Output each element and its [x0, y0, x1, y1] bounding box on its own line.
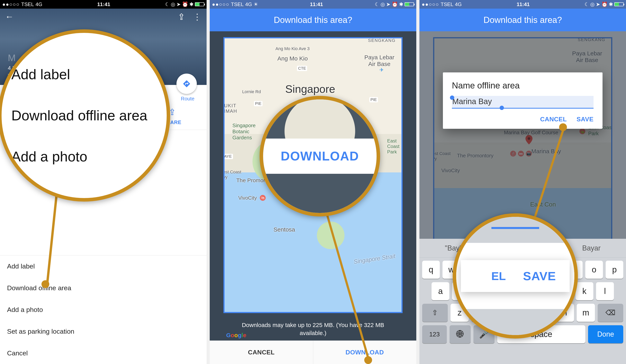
- download-header: Download this area?: [419, 9, 626, 31]
- network-label: 4G: [245, 1, 252, 7]
- mag1-line3: Add a photo: [1, 144, 167, 169]
- map-city-label: Singapore: [285, 82, 335, 95]
- brightness-icon: ☀: [254, 1, 258, 7]
- clock: 11:41: [97, 1, 110, 7]
- carrier-label: TSEL: [441, 1, 453, 7]
- network-label: 4G: [455, 1, 462, 7]
- screen3: ●●○○○ TSEL 4G 11:41 ☾ ◎ ➤ ⏰ ✱ Download t…: [419, 0, 626, 364]
- key-k[interactable]: k: [576, 282, 593, 300]
- map-angmokio: Ang Mo Kio: [277, 55, 308, 62]
- key-123[interactable]: 123: [422, 325, 447, 343]
- mag2-label: DOWNLOAD: [281, 149, 359, 163]
- key-o[interactable]: o: [585, 261, 603, 279]
- dialog-title: Name offline area: [452, 81, 593, 90]
- map-aye: AYE: [223, 154, 233, 159]
- map-botanic: Singapore Botanic Gardens: [233, 122, 256, 141]
- mag1-line1: Add label: [1, 62, 167, 87]
- alarm-icon: ⏰: [601, 1, 608, 7]
- airplane-icon: ✈: [380, 67, 384, 73]
- signal-dots-icon: ●●○○○: [422, 1, 439, 7]
- selection-handle-icon[interactable]: [450, 95, 454, 100]
- map-lornie: Lornie Rd: [242, 89, 261, 94]
- location-icon: ➤: [386, 1, 391, 7]
- name-area-dialog: Name offline area CANCEL SAVE: [443, 72, 603, 129]
- battery-icon: [195, 2, 204, 6]
- leader-dot: [41, 280, 49, 288]
- map-eastcoast: East Coast Park: [387, 138, 399, 155]
- cancel-button[interactable]: CANCEL: [210, 341, 313, 364]
- signal-dots-icon: ●●○○○: [2, 1, 20, 7]
- carrier-label: TSEL: [231, 1, 244, 7]
- map-sentosa: Sentosa: [274, 226, 295, 233]
- map-angmokioave: Ang Mo Kio Ave 3: [275, 46, 310, 51]
- menu-add-photo[interactable]: Add a photo: [0, 299, 207, 321]
- key-l[interactable]: l: [596, 282, 614, 300]
- key-shift[interactable]: ⇧: [422, 304, 448, 322]
- carrier-label: TSEL: [21, 1, 34, 7]
- share-icon[interactable]: ⇪: [178, 12, 185, 22]
- dialog-cancel-button[interactable]: CANCEL: [540, 116, 567, 123]
- map-pie2: PIE: [369, 97, 378, 102]
- bluetooth-icon: ✱: [609, 1, 613, 7]
- network-label: 4G: [36, 1, 42, 7]
- key-globe[interactable]: 🌐︎: [450, 325, 471, 343]
- leader-dot: [559, 123, 567, 131]
- menu-add-label[interactable]: Add label: [0, 255, 207, 277]
- status-bar: ●●○○○ TSEL 4G ☀ 11:41 ☾ ◎ ➤ ⏰ ✱: [210, 0, 416, 9]
- dialog-save-button[interactable]: SAVE: [577, 116, 593, 123]
- menu-download-offline[interactable]: Download offline area: [0, 277, 207, 299]
- compass-icon: ◎: [171, 1, 175, 7]
- map-pie1: PIE: [254, 101, 263, 106]
- menu-set-parking[interactable]: Set as parking location: [0, 321, 207, 342]
- download-body: Singapore Ang Mo Kio Ang Mo Kio Ave 3 SE…: [210, 31, 416, 364]
- bluetooth-icon: ✱: [189, 1, 194, 7]
- clock: 11:41: [310, 1, 323, 7]
- key-done[interactable]: Done: [588, 325, 623, 343]
- moon-icon: ☾: [585, 1, 589, 7]
- map-payalebar: Paya Lebar Air Base: [364, 54, 394, 67]
- bluetooth-icon: ✱: [399, 1, 403, 7]
- battery-icon: [405, 2, 414, 6]
- alarm-icon: ⏰: [182, 1, 188, 7]
- mag1-line2: Download offline area: [1, 103, 167, 128]
- area-name-input[interactable]: [452, 96, 593, 109]
- key-backspace[interactable]: ⌫: [598, 304, 623, 322]
- kb-suggest-right[interactable]: Bayar: [582, 244, 601, 252]
- compass-icon: ◎: [381, 1, 385, 7]
- leader-dot: [364, 356, 372, 364]
- key-q[interactable]: q: [422, 261, 440, 279]
- more-icon[interactable]: ⋮: [193, 12, 201, 22]
- location-icon: ➤: [596, 1, 600, 7]
- directions-icon: [183, 80, 191, 88]
- status-bar: ●●○○○ TSEL 4G 11:41 ☾ ◎ ➤ ⏰ ✱: [419, 0, 626, 9]
- download-header: Download this area?: [210, 9, 416, 31]
- download-footer: CANCEL DOWNLOAD: [210, 340, 416, 364]
- back-arrow-icon[interactable]: ←: [5, 12, 14, 22]
- magnifier-2: DOWNLOAD: [260, 96, 380, 216]
- signal-dots-icon: ●●○○○: [212, 1, 230, 7]
- mag3-save: SAVE: [523, 269, 556, 283]
- compass-icon: ◎: [590, 1, 595, 7]
- magnifier-3: EL SAVE: [453, 213, 578, 339]
- map-cte: CTE: [297, 66, 307, 71]
- map-bukit: BUKIT TIMAH: [223, 103, 237, 114]
- moon-icon: ☾: [375, 1, 379, 7]
- poi-vivo-icon: 🛍: [260, 195, 266, 201]
- location-icon: ➤: [176, 1, 181, 7]
- mag3-cancel-part: EL: [491, 270, 506, 283]
- key-m[interactable]: m: [577, 304, 595, 322]
- download-size-note: Downloads may take up to 225 MB. (You ha…: [210, 321, 416, 337]
- magnifier-1: Add label Download offline area Add a ph…: [0, 29, 170, 202]
- action-sheet: Add label Download offline area Add a ph…: [0, 255, 207, 364]
- screen1: ●●○○○ TSEL 4G 11:41 ☾ ◎ ➤ ⏰ ✱ ← ⇪ ⋮ M 4.…: [0, 0, 207, 364]
- clock: 11:41: [517, 1, 530, 7]
- key-p[interactable]: p: [606, 261, 623, 279]
- key-a[interactable]: a: [431, 282, 449, 300]
- moon-icon: ☾: [165, 1, 170, 7]
- selection-handle-icon[interactable]: [500, 106, 504, 110]
- alarm-icon: ⏰: [392, 1, 398, 7]
- route-label: Route: [181, 96, 195, 102]
- menu-cancel[interactable]: Cancel: [0, 342, 207, 364]
- route-fab[interactable]: [176, 74, 197, 94]
- status-bar: ●●○○○ TSEL 4G 11:41 ☾ ◎ ➤ ⏰ ✱: [0, 0, 207, 9]
